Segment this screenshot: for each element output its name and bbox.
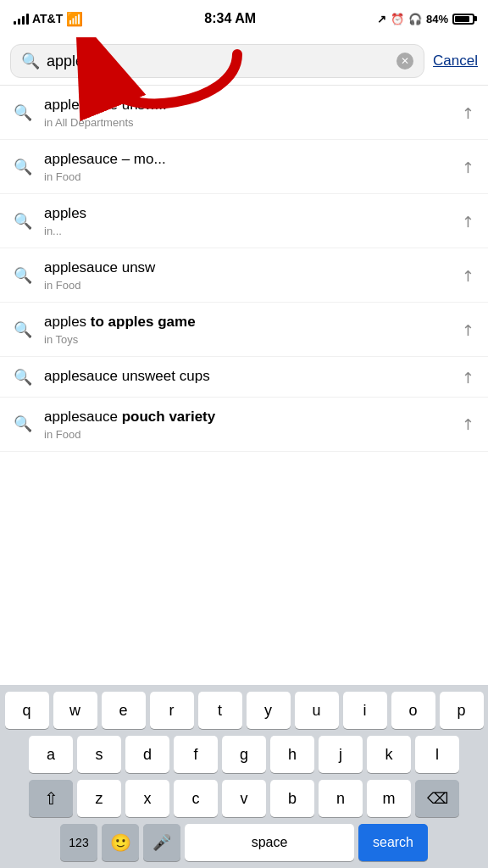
battery-icon [452, 14, 474, 25]
emoji-key[interactable]: 🙂 [102, 824, 139, 861]
suggestions-list: 🔍 applesauce unsw... in All Departments … [0, 86, 488, 452]
time-label: 8:34 AM [204, 11, 256, 26]
key-v[interactable]: v [222, 780, 266, 817]
key-m[interactable]: m [367, 780, 411, 817]
suggestion-sub-text: in Toys [44, 333, 462, 346]
search-icon: 🔍 [14, 320, 32, 339]
battery-fill [455, 16, 469, 22]
location-icon: ↗ [377, 13, 386, 25]
key-e[interactable]: e [102, 692, 146, 729]
suggestion-text: apples to apples game in Toys [44, 313, 462, 346]
search-key[interactable]: search [358, 824, 428, 861]
key-o[interactable]: o [391, 692, 435, 729]
suggestion-sub-text: in Food [44, 170, 462, 183]
suggestion-text: apples in... [44, 204, 462, 237]
key-k[interactable]: k [367, 736, 411, 773]
suggestion-text: applesauce pouch variety in Food [44, 408, 462, 441]
key-n[interactable]: n [319, 780, 363, 817]
suggestion-sub-text: in All Departments [44, 116, 462, 129]
suggestion-item[interactable]: 🔍 applesauce unsw in Food ↗ [0, 248, 488, 303]
suggestion-text: applesauce – mo... in Food [44, 150, 462, 183]
search-icon: 🔍 [14, 415, 32, 433]
search-input-wrapper[interactable]: 🔍 ✕ [10, 44, 424, 78]
search-icon: 🔍 [14, 368, 32, 387]
battery-label: 84% [426, 13, 448, 25]
suggestion-text: applesauce unsw... in All Departments [44, 96, 462, 129]
key-d[interactable]: d [125, 736, 169, 773]
keyboard-row-3: ⇧ z x c v b n m ⌫ [3, 780, 485, 817]
search-bar-container: 🔍 ✕ Cancel [0, 37, 488, 86]
suggestion-main-text: applesauce pouch variety [44, 408, 462, 426]
key-y[interactable]: y [247, 692, 291, 729]
status-right: ↗ ⏰ 🎧 84% [377, 13, 474, 25]
search-icon: 🔍 [21, 52, 40, 70]
key-z[interactable]: z [77, 780, 121, 817]
alarm-icon: ⏰ [391, 13, 404, 25]
backspace-key[interactable]: ⌫ [415, 780, 459, 817]
key-b[interactable]: b [270, 780, 314, 817]
numbers-key[interactable]: 123 [60, 824, 97, 861]
suggestion-main-text: applesauce – mo... [44, 150, 462, 169]
key-r[interactable]: r [150, 692, 194, 729]
suggestion-main-text: apples [44, 204, 462, 223]
carrier-label: AT&T [32, 12, 63, 25]
key-u[interactable]: u [295, 692, 339, 729]
key-g[interactable]: g [222, 736, 266, 773]
status-left: AT&T 📶 [14, 11, 83, 27]
search-input[interactable] [47, 53, 390, 70]
wifi-icon: 📶 [66, 11, 83, 27]
suggestion-main-text: applesauce unsw... [44, 96, 462, 114]
suggestion-text: applesauce unsw in Food [44, 259, 462, 292]
key-q[interactable]: q [5, 692, 49, 729]
suggestion-text: applesauce unsweet cups [44, 367, 462, 386]
keyboard-row-1: q w e r t y u i o p [3, 692, 485, 729]
suggestion-item[interactable]: 🔍 applesauce – mo... in Food ↗ [0, 140, 488, 194]
signal-icon [14, 13, 29, 25]
key-f[interactable]: f [174, 736, 218, 773]
suggestion-sub-text: in Food [44, 428, 462, 441]
key-h[interactable]: h [270, 736, 314, 773]
suggestion-item[interactable]: 🔍 apples to apples game in Toys ↗ [0, 303, 488, 357]
suggestion-main-text: applesauce unsw [44, 259, 462, 277]
suggestion-sub-text: in Food [44, 279, 462, 292]
keyboard: q w e r t y u i o p a s d f g h j k l ⇧ … [0, 685, 488, 868]
suggestion-main-text: apples to apples game [44, 313, 462, 331]
suggestion-item[interactable]: 🔍 apples in... ↗ [0, 194, 488, 248]
suggestion-item[interactable]: 🔍 applesauce unsw... in All Departments … [0, 86, 488, 140]
keyboard-row-4: 123 🙂 🎤 space search [3, 824, 485, 861]
cancel-button[interactable]: Cancel [433, 53, 478, 70]
suggestion-item[interactable]: 🔍 applesauce unsweet cups ↗ [0, 357, 488, 397]
suggestion-sub-text: in... [44, 225, 462, 237]
key-x[interactable]: x [125, 780, 169, 817]
headphone-icon: 🎧 [408, 13, 422, 25]
key-s[interactable]: s [77, 736, 121, 773]
shift-key[interactable]: ⇧ [29, 780, 73, 817]
search-icon: 🔍 [14, 212, 32, 231]
status-bar: AT&T 📶 8:34 AM ↗ ⏰ 🎧 84% [0, 0, 488, 37]
search-icon: 🔍 [14, 266, 32, 285]
suggestion-item[interactable]: 🔍 applesauce pouch variety in Food ↗ [0, 398, 488, 452]
key-w[interactable]: w [53, 692, 97, 729]
clear-button[interactable]: ✕ [396, 53, 413, 70]
key-j[interactable]: j [319, 736, 363, 773]
key-c[interactable]: c [174, 780, 218, 817]
key-i[interactable]: i [343, 692, 387, 729]
key-p[interactable]: p [440, 692, 484, 729]
search-icon: 🔍 [14, 103, 32, 122]
suggestion-main-text: applesauce unsweet cups [44, 367, 462, 386]
key-l[interactable]: l [415, 736, 459, 773]
key-t[interactable]: t [198, 692, 242, 729]
search-icon: 🔍 [14, 158, 32, 176]
mic-key[interactable]: 🎤 [143, 824, 180, 861]
key-a[interactable]: a [29, 736, 73, 773]
keyboard-row-2: a s d f g h j k l [3, 736, 485, 773]
space-key[interactable]: space [185, 824, 354, 861]
